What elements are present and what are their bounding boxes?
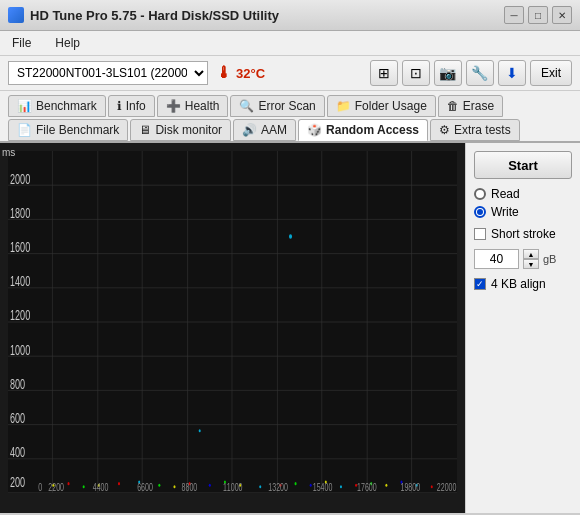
menu-bar: File Help bbox=[0, 31, 580, 56]
erase-icon: 🗑 bbox=[447, 99, 459, 113]
thermometer-icon: 🌡 bbox=[216, 64, 232, 82]
svg-text:4400: 4400 bbox=[93, 482, 109, 493]
svg-point-54 bbox=[289, 234, 292, 239]
spin-down-button[interactable]: ▼ bbox=[523, 259, 539, 269]
write-label: Write bbox=[491, 205, 519, 219]
toolbar-icon-1[interactable]: ⊞ bbox=[370, 60, 398, 86]
short-stroke-label: Short stroke bbox=[491, 227, 556, 241]
svg-text:22000 gB: 22000 gB bbox=[437, 482, 457, 493]
toolbar-icon-2[interactable]: ⊡ bbox=[402, 60, 430, 86]
svg-point-34 bbox=[118, 482, 120, 485]
tab-info[interactable]: ℹ Info bbox=[108, 95, 155, 117]
spin-buttons: ▲ ▼ bbox=[523, 249, 539, 269]
file-benchmark-icon: 📄 bbox=[17, 123, 32, 137]
svg-point-47 bbox=[340, 485, 342, 488]
toolbar-icon-3[interactable]: 📷 bbox=[434, 60, 462, 86]
svg-text:19800: 19800 bbox=[400, 482, 420, 493]
read-label: Read bbox=[491, 187, 520, 201]
svg-text:2000: 2000 bbox=[10, 171, 31, 186]
chart-area: ms 2000 1800 bbox=[0, 143, 465, 513]
svg-text:1400: 1400 bbox=[10, 273, 31, 288]
start-button[interactable]: Start bbox=[474, 151, 572, 179]
svg-point-45 bbox=[310, 484, 312, 487]
svg-text:1000: 1000 bbox=[10, 342, 31, 357]
svg-text:1800: 1800 bbox=[10, 205, 31, 220]
tab-benchmark[interactable]: 📊 Benchmark bbox=[8, 95, 106, 117]
tab-erase[interactable]: 🗑 Erase bbox=[438, 95, 503, 117]
radio-group: Read Write bbox=[474, 187, 572, 219]
svg-point-37 bbox=[173, 485, 175, 488]
window-title: HD Tune Pro 5.75 - Hard Disk/SSD Utility bbox=[30, 8, 279, 23]
short-stroke-value-input[interactable] bbox=[474, 249, 519, 269]
tab-folder-usage[interactable]: 📁 Folder Usage bbox=[327, 95, 436, 117]
write-radio[interactable]: Write bbox=[474, 205, 572, 219]
folder-usage-icon: 📁 bbox=[336, 99, 351, 113]
read-radio[interactable]: Read bbox=[474, 187, 572, 201]
svg-text:200: 200 bbox=[10, 474, 25, 489]
short-stroke-unit: gB bbox=[543, 253, 556, 265]
exit-button[interactable]: Exit bbox=[530, 60, 572, 86]
kb-align-checkbox-box: ✓ bbox=[474, 278, 486, 290]
kb-align-label: 4 KB align bbox=[491, 277, 546, 291]
aam-icon: 🔊 bbox=[242, 123, 257, 137]
svg-point-32 bbox=[83, 485, 85, 488]
window-controls: ─ □ ✕ bbox=[504, 6, 572, 24]
svg-point-50 bbox=[385, 484, 387, 487]
short-stroke-input-row: ▲ ▼ gB bbox=[474, 249, 572, 269]
svg-text:800: 800 bbox=[10, 376, 25, 391]
spin-up-button[interactable]: ▲ bbox=[523, 249, 539, 259]
svg-point-44 bbox=[295, 482, 297, 485]
menu-file[interactable]: File bbox=[8, 34, 35, 52]
svg-point-39 bbox=[209, 484, 211, 487]
tab-aam[interactable]: 🔊 AAM bbox=[233, 119, 296, 141]
error-scan-icon: 🔍 bbox=[239, 99, 254, 113]
random-access-icon: 🎲 bbox=[307, 123, 322, 137]
chart-svg: 2000 1800 1600 1400 1200 1000 800 600 40… bbox=[8, 151, 457, 493]
short-stroke-checkbox-box bbox=[474, 228, 486, 240]
svg-text:600: 600 bbox=[10, 410, 25, 425]
temperature-value: 32°C bbox=[236, 66, 265, 81]
disk-monitor-icon: 🖥 bbox=[139, 123, 151, 137]
temperature-display: 🌡 32°C bbox=[216, 64, 265, 82]
svg-point-36 bbox=[158, 484, 160, 487]
svg-text:15400: 15400 bbox=[313, 482, 333, 493]
svg-text:1600: 1600 bbox=[10, 239, 31, 254]
benchmark-icon: 📊 bbox=[17, 99, 32, 113]
svg-point-53 bbox=[431, 485, 433, 488]
chart-y-label: ms bbox=[2, 147, 15, 158]
toolbar-icon-4[interactable]: 🔧 bbox=[466, 60, 494, 86]
info-icon: ℹ bbox=[117, 99, 122, 113]
tab-health[interactable]: ➕ Health bbox=[157, 95, 229, 117]
drive-select[interactable]: ST22000NT001-3LS101 (22000 gB) bbox=[8, 61, 208, 85]
short-stroke-checkbox[interactable]: Short stroke bbox=[474, 227, 572, 241]
kb-align-checkbox[interactable]: ✓ 4 KB align bbox=[474, 277, 572, 291]
title-bar: HD Tune Pro 5.75 - Hard Disk/SSD Utility… bbox=[0, 0, 580, 31]
svg-text:8800: 8800 bbox=[182, 482, 198, 493]
svg-text:6600: 6600 bbox=[137, 482, 153, 493]
write-radio-circle bbox=[474, 206, 486, 218]
svg-text:0: 0 bbox=[38, 482, 42, 493]
toolbar-icon-5[interactable]: ⬇ bbox=[498, 60, 526, 86]
tab-disk-monitor[interactable]: 🖥 Disk monitor bbox=[130, 119, 231, 141]
minimize-button[interactable]: ─ bbox=[504, 6, 524, 24]
toolbar: ST22000NT001-3LS101 (22000 gB) 🌡 32°C ⊞ … bbox=[0, 56, 580, 91]
right-panel: Start Read Write Short stroke ▲ ▼ gB bbox=[465, 143, 580, 513]
svg-point-31 bbox=[68, 482, 70, 485]
svg-text:2200: 2200 bbox=[48, 482, 64, 493]
svg-text:17600: 17600 bbox=[357, 482, 377, 493]
close-button[interactable]: ✕ bbox=[552, 6, 572, 24]
tab-random-access[interactable]: 🎲 Random Access bbox=[298, 119, 428, 141]
tab-error-scan[interactable]: 🔍 Error Scan bbox=[230, 95, 324, 117]
read-radio-circle bbox=[474, 188, 486, 200]
toolbar-icons: ⊞ ⊡ 📷 🔧 ⬇ Exit bbox=[370, 60, 572, 86]
tab-file-benchmark[interactable]: 📄 File Benchmark bbox=[8, 119, 128, 141]
maximize-button[interactable]: □ bbox=[528, 6, 548, 24]
tab-bar: 📊 Benchmark ℹ Info ➕ Health 🔍 Error Scan… bbox=[0, 91, 580, 143]
svg-text:1200: 1200 bbox=[10, 307, 31, 322]
svg-text:400: 400 bbox=[10, 444, 25, 459]
menu-help[interactable]: Help bbox=[51, 34, 84, 52]
svg-text:13200: 13200 bbox=[268, 482, 288, 493]
main-content: ms 2000 1800 bbox=[0, 143, 580, 513]
svg-point-42 bbox=[259, 485, 261, 488]
tab-extra-tests[interactable]: ⚙ Extra tests bbox=[430, 119, 520, 141]
